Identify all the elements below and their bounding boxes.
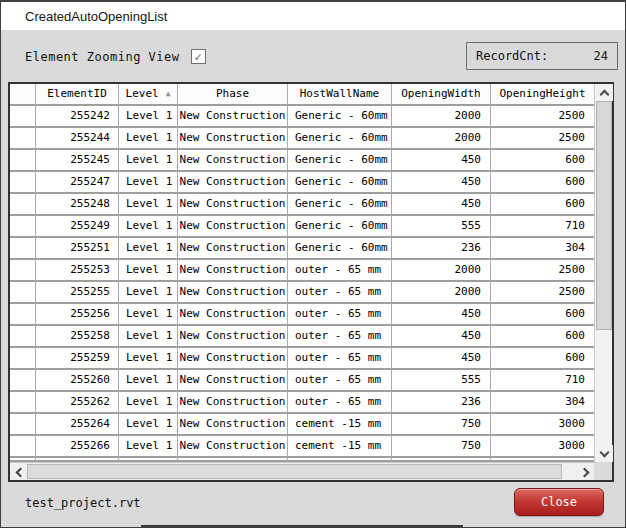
row-header-cell[interactable] [10,128,36,150]
cell-openingheight[interactable]: 3000 [491,414,594,436]
cell-openingheight[interactable]: 710 [491,370,594,392]
cell-hostwallname[interactable]: outer - 65 mm [288,282,392,304]
row-header-cell[interactable] [10,370,36,392]
horizontal-scroll-thumb[interactable] [27,464,562,479]
cell-elementid[interactable]: 255258 [36,326,119,348]
cell-level[interactable]: Level 1 [119,150,178,172]
row-header-cell[interactable] [10,172,36,194]
table-row[interactable]: 255242Level 1New ConstructionGeneric - 6… [10,106,594,128]
cell-phase[interactable]: New Construction [178,282,288,304]
cell-level[interactable]: Level 1 [119,414,178,436]
cell-elementid[interactable]: 255253 [36,260,119,282]
cell-elementid[interactable]: 255249 [36,216,119,238]
cell-level[interactable]: Level 1 [119,304,178,326]
row-header-cell[interactable] [10,392,36,414]
cell-hostwallname[interactable]: Generic - 60mm [288,238,392,260]
cell-elementid[interactable]: 255262 [36,392,119,414]
cell-phase[interactable]: New Construction [178,326,288,348]
cell-openingwidth[interactable]: 750 [392,414,491,436]
cell-openingheight[interactable]: 600 [491,326,594,348]
cell-openingheight[interactable]: 304 [491,392,594,414]
table-row[interactable]: 255266Level 1New Constructioncement -15 … [10,436,594,458]
cell-openingheight[interactable]: 2500 [491,260,594,282]
cell-openingwidth[interactable]: 2000 [392,128,491,150]
cell-hostwallname[interactable]: Generic - 60mm [288,172,392,194]
table-row[interactable]: 255259Level 1New Constructionouter - 65 … [10,348,594,370]
corner-header-cell[interactable] [10,84,36,106]
cell-openingwidth[interactable]: 2000 [392,282,491,304]
scroll-up-button[interactable] [595,84,613,101]
cell-hostwallname[interactable]: Generic - 60mm [288,150,392,172]
cell-openingheight[interactable]: 2500 [491,106,594,128]
cell-openingheight[interactable]: 600 [491,150,594,172]
cell-openingheight[interactable]: 2500 [491,128,594,150]
cell-level[interactable]: Level 1 [119,128,178,150]
column-header-elementid[interactable]: ElementID [36,84,119,106]
cell-openingwidth[interactable]: 450 [392,194,491,216]
cell-elementid[interactable]: 255259 [36,348,119,370]
cell-elementid[interactable]: 255255 [36,282,119,304]
table-row[interactable]: 255244Level 1New ConstructionGeneric - 6… [10,128,594,150]
cell-openingwidth[interactable]: 2000 [392,260,491,282]
cell-openingwidth[interactable]: 236 [392,238,491,260]
column-header-phase[interactable]: Phase [178,84,288,106]
cell-phase[interactable]: New Construction [178,436,288,458]
cell-openingwidth[interactable]: 450 [392,304,491,326]
cell-openingwidth[interactable]: 450 [392,150,491,172]
cell-level[interactable]: Level 1 [119,370,178,392]
cell-hostwallname[interactable]: outer - 65 mm [288,304,392,326]
table-row[interactable]: 255264Level 1New Constructioncement -15 … [10,414,594,436]
scroll-right-button[interactable] [577,463,594,481]
cell-hostwallname[interactable]: outer - 65 mm [288,326,392,348]
column-header-openingheight[interactable]: OpeningHeight [491,84,594,106]
column-header-level[interactable]: Level▲ [119,84,178,106]
table-row[interactable]: 255262Level 1New Constructionouter - 65 … [10,392,594,414]
cell-openingwidth[interactable]: 450 [392,326,491,348]
cell-elementid[interactable]: 255260 [36,370,119,392]
cell-elementid[interactable]: 255264 [36,414,119,436]
row-header-cell[interactable] [10,436,36,458]
cell-phase[interactable]: New Construction [178,260,288,282]
cell-elementid[interactable]: 255251 [36,238,119,260]
cell-elementid[interactable]: 255247 [36,172,119,194]
cell-hostwallname[interactable]: outer - 65 mm [288,392,392,414]
cell-openingheight[interactable]: 304 [491,238,594,260]
cell-level[interactable]: Level 1 [119,392,178,414]
cell-openingheight[interactable]: 3000 [491,436,594,458]
cell-openingwidth[interactable]: 236 [392,392,491,414]
table-row[interactable]: 255260Level 1New Constructionouter - 65 … [10,370,594,392]
close-button[interactable]: Close [514,488,604,516]
row-header-cell[interactable] [10,348,36,370]
cell-level[interactable]: Level 1 [119,106,178,128]
column-header-hostwallname[interactable]: HostWallName [288,84,392,106]
cell-openingheight[interactable]: 600 [491,194,594,216]
cell-phase[interactable]: New Construction [178,128,288,150]
cell-level[interactable]: Level 1 [119,348,178,370]
cell-elementid[interactable]: 255245 [36,150,119,172]
cell-openingwidth[interactable]: 750 [392,436,491,458]
table-row[interactable]: 255253Level 1New Constructionouter - 65 … [10,260,594,282]
cell-level[interactable]: Level 1 [119,436,178,458]
cell-level[interactable]: Level 1 [119,216,178,238]
cell-phase[interactable]: New Construction [178,238,288,260]
column-header-openingwidth[interactable]: OpeningWidth [392,84,491,106]
table-row[interactable]: 255251Level 1New ConstructionGeneric - 6… [10,238,594,260]
row-header-cell[interactable] [10,260,36,282]
cell-phase[interactable]: New Construction [178,172,288,194]
row-header-cell[interactable] [10,194,36,216]
table-row[interactable]: 255256Level 1New Constructionouter - 65 … [10,304,594,326]
cell-phase[interactable]: New Construction [178,106,288,128]
cell-hostwallname[interactable]: outer - 65 mm [288,260,392,282]
cell-openingheight[interactable]: 710 [491,216,594,238]
cell-hostwallname[interactable]: cement -15 mm [288,414,392,436]
table-row[interactable]: 255248Level 1New ConstructionGeneric - 6… [10,194,594,216]
cell-openingwidth[interactable]: 2000 [392,106,491,128]
row-header-cell[interactable] [10,150,36,172]
cell-openingwidth[interactable]: 555 [392,370,491,392]
row-header-cell[interactable] [10,414,36,436]
cell-phase[interactable]: New Construction [178,348,288,370]
cell-level[interactable]: Level 1 [119,282,178,304]
row-header-cell[interactable] [10,106,36,128]
scroll-left-button[interactable] [10,463,27,481]
cell-openingheight[interactable]: 600 [491,348,594,370]
